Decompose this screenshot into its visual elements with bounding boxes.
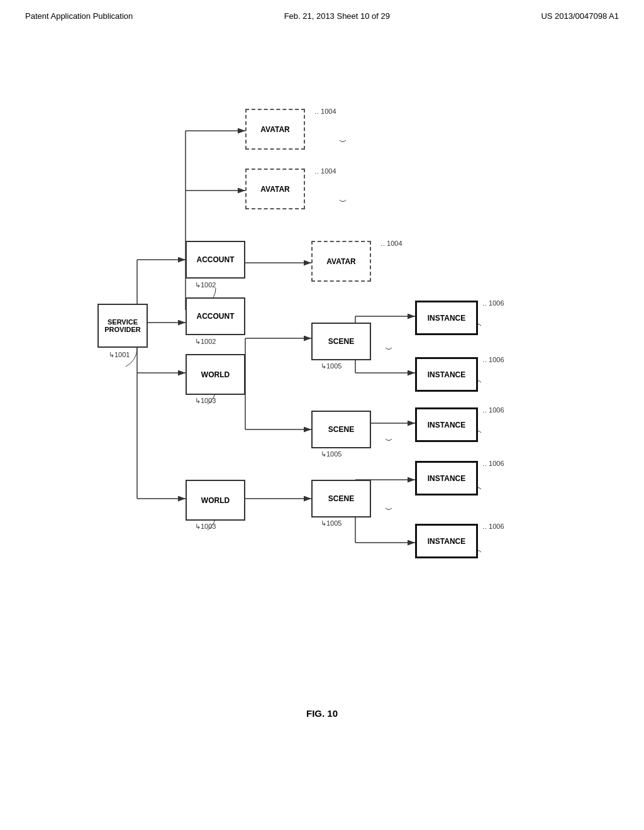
service-provider-box: SERVICE PROVIDER bbox=[97, 304, 148, 348]
ref-1001: ↳1001 bbox=[109, 351, 130, 359]
diagram-area: SERVICE PROVIDER ↳1001 ACCOUNT ↳1002 ACC… bbox=[0, 40, 644, 756]
diagram-svg bbox=[0, 40, 644, 756]
ref-1003-b: ↳1003 bbox=[195, 523, 216, 531]
ref-1002-a: ↳1002 bbox=[195, 338, 216, 346]
ref-1004-b: ‥ 1004 bbox=[314, 167, 336, 175]
header-right: US 2013/0047098 A1 bbox=[541, 11, 619, 21]
ref-1006-e: ‥ 1006 bbox=[482, 523, 504, 531]
avatar3-box: AVATAR bbox=[311, 241, 371, 282]
world2-box: WORLD bbox=[186, 480, 245, 521]
world1-box: WORLD bbox=[186, 354, 245, 395]
ref-1002-b: ↳1002 bbox=[195, 281, 216, 289]
patent-header: Patent Application Publication Feb. 21, … bbox=[0, 0, 644, 27]
instance1-box: INSTANCE bbox=[415, 301, 478, 335]
ref-1005-c: ↳1005 bbox=[321, 519, 341, 528]
ref-1006-a: ‥ 1006 bbox=[482, 299, 504, 307]
instance5-box: INSTANCE bbox=[415, 524, 478, 558]
ref-1006-d: ‥ 1006 bbox=[482, 460, 504, 468]
instance2-box: INSTANCE bbox=[415, 357, 478, 392]
ref-1005-b: ↳1005 bbox=[321, 450, 341, 458]
avatar2-box: AVATAR bbox=[245, 169, 305, 209]
figure-caption: FIG. 10 bbox=[306, 708, 338, 719]
ref-1006-c: ‥ 1006 bbox=[482, 406, 504, 414]
ref-1004-c: ‥ 1004 bbox=[380, 240, 402, 248]
scene3-box: SCENE bbox=[311, 480, 371, 517]
ref-1003-a: ↳1003 bbox=[195, 397, 216, 405]
ref-1004-a: ‥ 1004 bbox=[314, 108, 336, 116]
instance3-box: INSTANCE bbox=[415, 407, 478, 442]
scene2-box: SCENE bbox=[311, 411, 371, 448]
account1-box: ACCOUNT bbox=[186, 297, 245, 335]
header-center: Feb. 21, 2013 Sheet 10 of 29 bbox=[284, 11, 390, 21]
svg-line-13 bbox=[245, 379, 311, 417]
header-left: Patent Application Publication bbox=[25, 11, 133, 21]
account2-box: ACCOUNT bbox=[186, 241, 245, 279]
instance4-box: INSTANCE bbox=[415, 461, 478, 495]
avatar1-box: AVATAR bbox=[245, 109, 305, 150]
ref-1005-a: ↳1005 bbox=[321, 362, 341, 370]
scene1-box: SCENE bbox=[311, 323, 371, 360]
ref-1006-b: ‥ 1006 bbox=[482, 356, 504, 364]
